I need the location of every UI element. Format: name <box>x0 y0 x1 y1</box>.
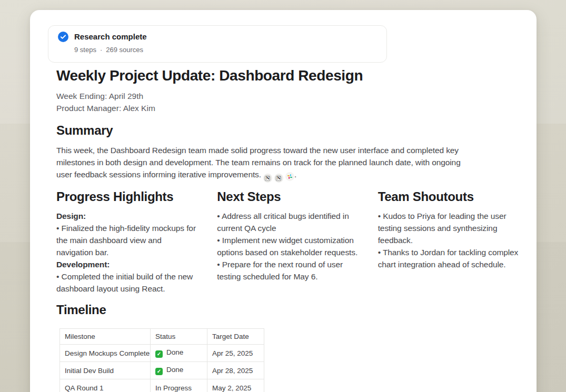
research-status-card[interactable]: Research complete 9 steps · 269 sources <box>48 25 387 63</box>
progress-highlights-heading: Progress Highlights <box>56 189 199 205</box>
milestone-cell: Design Mockups Complete <box>60 345 151 362</box>
status-label: In Progress <box>155 384 192 392</box>
research-sources-count: 269 sources <box>106 46 143 54</box>
research-status-title: Research complete <box>74 32 147 42</box>
column-subheading: Design: <box>56 210 199 222</box>
column-bullet-item: • Kudos to Priya for leading the user te… <box>378 210 521 246</box>
page-title: Weekly Project Update: Dashboard Redesig… <box>56 67 521 84</box>
column-header-status: Status <box>151 329 207 345</box>
column-bullet-item: • Thanks to Jordan for tackling complex … <box>378 246 521 270</box>
research-steps-count: 9 steps <box>74 46 96 54</box>
milestone-cell: QA Round 1 <box>60 379 151 392</box>
summary-trailing-period: . <box>294 170 296 179</box>
status-cell: In Progress <box>151 379 207 392</box>
column-team-shoutouts: Team Shoutouts • Kudos to Priya for lead… <box>378 189 521 295</box>
column-header-milestone: Milestone <box>60 329 151 345</box>
notion-source-icon[interactable]: N <box>263 174 272 183</box>
research-meta: 9 steps · 269 sources <box>74 46 147 54</box>
table-row: Initial Dev Build ✓Done Apr 28, 2025 <box>60 362 264 379</box>
column-subheading: Development: <box>56 258 199 270</box>
table-header-row: Milestone Status Target Date <box>60 329 264 345</box>
document-body: Weekly Project Update: Dashboard Redesig… <box>30 67 537 392</box>
done-check-icon: ✓ <box>155 350 163 358</box>
column-header-target-date: Target Date <box>207 329 264 345</box>
slack-source-icon[interactable] <box>285 172 294 181</box>
column-next-steps: Next Steps • Address all critical bugs i… <box>217 189 360 295</box>
meta-week-ending: Week Ending: April 29th <box>56 90 521 102</box>
timeline-heading: Timeline <box>56 302 521 318</box>
column-bullet-item: • Prepare for the next round of user tes… <box>217 258 360 283</box>
summary-line: user feedback sessions informing iterati… <box>56 168 521 183</box>
status-label: Done <box>166 348 183 356</box>
document-meta: Week Ending: April 29th Product Manager:… <box>56 90 521 114</box>
notion-source-icon[interactable]: N <box>274 174 283 183</box>
three-column-section: Progress Highlights Design: • Finalized … <box>56 189 521 295</box>
meta-dot-separator: · <box>100 46 102 54</box>
document-card: Research complete 9 steps · 269 sources … <box>30 10 537 392</box>
milestone-cell: Initial Dev Build <box>60 362 151 379</box>
status-cell: ✓Done <box>151 345 207 362</box>
column-progress-highlights: Progress Highlights Design: • Finalized … <box>56 189 199 295</box>
summary-line: milestones in both design and developmen… <box>56 156 521 168</box>
summary-heading: Summary <box>56 123 521 138</box>
status-cell: ✓Done <box>151 362 207 379</box>
column-bullet-item: • Completed the initial build of the new… <box>56 270 199 295</box>
target-date-cell: Apr 25, 2025 <box>207 345 264 362</box>
next-steps-heading: Next Steps <box>217 189 360 205</box>
target-date-cell: May 2, 2025 <box>207 379 264 392</box>
table-row: QA Round 1 In Progress May 2, 2025 <box>60 379 264 392</box>
status-label: Done <box>166 366 183 374</box>
team-shoutouts-heading: Team Shoutouts <box>378 189 521 205</box>
summary-line-text: user feedback sessions informing iterati… <box>56 170 261 179</box>
meta-product-manager: Product Manager: Alex Kim <box>56 102 521 114</box>
done-check-icon: ✓ <box>155 368 163 375</box>
summary-line: This week, the Dashboard Redesign team m… <box>56 144 521 156</box>
research-complete-check-icon <box>58 32 68 42</box>
target-date-cell: Apr 28, 2025 <box>207 362 264 379</box>
column-bullet-item: • Implement new widget customization opt… <box>217 234 360 258</box>
timeline-table: Milestone Status Target Date Design Mock… <box>59 328 264 392</box>
table-row: Design Mockups Complete ✓Done Apr 25, 20… <box>60 345 264 362</box>
column-bullet-item: • Finalized the high-fidelity mockups fo… <box>56 222 199 258</box>
summary-paragraph: This week, the Dashboard Redesign team m… <box>56 144 521 183</box>
column-bullet-item: • Address all critical bugs identified i… <box>217 210 360 234</box>
research-text-block: Research complete 9 steps · 269 sources <box>74 32 147 54</box>
